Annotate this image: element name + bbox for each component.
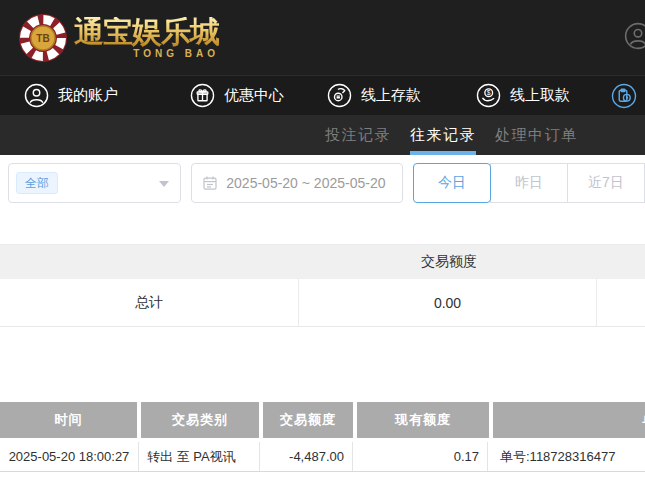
withdraw-icon: $ (476, 83, 501, 108)
records-table: 时间 交易类别 交易额度 现有额度 单号 2025-05-20 18:00:27… (0, 402, 645, 472)
summary-total-value: 0.00 (299, 279, 597, 326)
cell-time: 2025-05-20 18:00:27 (0, 442, 139, 471)
brand-subtitle: TONG BAO (74, 48, 219, 59)
summary-total-label: 总计 (0, 279, 299, 326)
header-time: 时间 (0, 402, 137, 438)
page: TB 通宝娱乐城 TONG BAO 我的账户 (0, 0, 645, 477)
yesterday-button[interactable]: 昨日 (490, 163, 568, 203)
quick-date-buttons: 今日 昨日 近7日 (413, 163, 645, 203)
nav-item-online-deposit[interactable]: 线上存款 (327, 83, 421, 108)
date-range-value: 2025-05-20 ~ 2025-05-20 (226, 175, 385, 191)
records-table-header: 时间 交易类别 交易额度 现有额度 单号 (0, 402, 645, 438)
top-header: TB 通宝娱乐城 TONG BAO (0, 0, 645, 75)
tab-betting-records[interactable]: 投注记录 (325, 115, 391, 155)
brand-title: 通宝娱乐城 (74, 17, 219, 47)
chevron-down-icon (159, 181, 169, 187)
record-tabs: 投注记录 往来记录 处理中订单 (0, 115, 645, 155)
nav-item-my-account[interactable]: 我的账户 (24, 83, 118, 108)
today-button[interactable]: 今日 (413, 163, 491, 203)
nav-label: 线上存款 (361, 86, 421, 105)
summary-total-row: 总计 0.00 (0, 279, 645, 327)
last-7-days-button[interactable]: 近7日 (567, 163, 645, 203)
gift-icon (190, 83, 215, 108)
cell-transaction-type: 转出 至 PA视讯 (139, 442, 260, 471)
cell-transaction-amount: -4,487.00 (260, 442, 353, 471)
summary-table-header: 交易额度 (0, 245, 645, 279)
summary-table: 交易额度 总计 0.00 (0, 244, 645, 327)
date-range-input[interactable]: 2025-05-20 ~ 2025-05-20 (191, 163, 403, 203)
nav-item-online-withdrawal[interactable]: $ 线上取款 (476, 83, 570, 108)
cell-order-number: 单号:118728316477 (488, 442, 645, 471)
transaction-type-select[interactable]: 全部 (8, 163, 181, 203)
user-icon (24, 83, 49, 108)
main-nav: 我的账户 优惠中心 线上存款 (0, 75, 645, 115)
header-current-balance: 现有额度 (357, 402, 489, 438)
spacer (0, 327, 645, 402)
svg-text:$: $ (487, 89, 491, 96)
summary-amount-header: 交易额度 (300, 253, 598, 271)
tab-processing-orders[interactable]: 处理中订单 (495, 115, 578, 155)
casino-chip-icon: TB (18, 13, 68, 63)
tab-transaction-records[interactable]: 往来记录 (410, 115, 476, 155)
user-avatar-icon[interactable] (624, 22, 645, 50)
summary-empty-cell (597, 279, 645, 326)
cell-current-balance: 0.17 (353, 442, 488, 471)
records-clipboard-icon[interactable] (611, 83, 637, 109)
nav-label: 我的账户 (58, 86, 118, 105)
filter-row: 全部 2025-05-20 ~ 2025-05-20 今日 昨日 近7日 (0, 155, 645, 244)
nav-item-promotions[interactable]: 优惠中心 (190, 83, 284, 108)
deposit-icon (327, 83, 352, 108)
nav-label: 优惠中心 (224, 86, 284, 105)
selected-type-tag[interactable]: 全部 (16, 172, 58, 194)
chip-label: TB (36, 33, 49, 44)
calendar-icon (202, 175, 218, 191)
header-order-number: 单号 (493, 402, 645, 438)
header-transaction-type: 交易类别 (141, 402, 259, 438)
nav-label: 线上取款 (510, 86, 570, 105)
table-row: 2025-05-20 18:00:27 转出 至 PA视讯 -4,487.00 … (0, 442, 645, 472)
header-transaction-amount: 交易额度 (263, 402, 353, 438)
brand-logo[interactable]: TB 通宝娱乐城 TONG BAO (18, 13, 219, 63)
